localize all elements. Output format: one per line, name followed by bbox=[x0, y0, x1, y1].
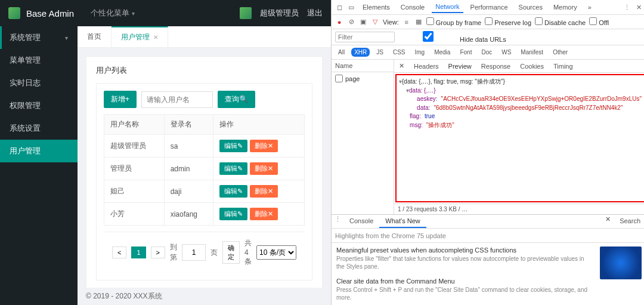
sidebar-item-system[interactable]: 系统管理▾ bbox=[0, 26, 78, 49]
edit-button[interactable]: 编辑✎ bbox=[219, 185, 247, 198]
avatar bbox=[240, 7, 252, 19]
chevron-down-icon: ▾ bbox=[65, 35, 68, 41]
top-menu-personalize[interactable]: 个性化菜单 ▾ bbox=[91, 8, 135, 19]
table-row: 超级管理员sa编辑✎删除✕ bbox=[104, 135, 305, 158]
col-ops: 操作 bbox=[213, 115, 305, 135]
dtab-timing[interactable]: Timing bbox=[549, 60, 578, 72]
type-manifest[interactable]: Manifest bbox=[518, 48, 546, 57]
tab-console[interactable]: Console bbox=[397, 2, 428, 13]
camera-icon[interactable]: ▣ bbox=[359, 18, 367, 26]
col-login: 登录名 bbox=[164, 115, 213, 135]
sidebar-item-settings[interactable]: 系统设置 bbox=[0, 117, 78, 140]
page-prev[interactable]: < bbox=[112, 247, 126, 258]
type-xhr[interactable]: XHR bbox=[351, 48, 370, 57]
type-js[interactable]: JS bbox=[373, 48, 386, 57]
tab-users[interactable]: 用户管理✕ bbox=[112, 26, 168, 47]
close-icon[interactable]: ✕ bbox=[153, 34, 158, 41]
page-total: 共 4 条 bbox=[244, 238, 252, 267]
sidebar-item-users[interactable]: 用户管理 bbox=[0, 140, 78, 162]
search-input[interactable] bbox=[141, 91, 213, 108]
detail-tabs: ✕ Headers Preview Response Cookies Timin… bbox=[394, 60, 644, 73]
request-header: Name bbox=[332, 60, 394, 72]
sidebar-item-menu[interactable]: 菜单管理 bbox=[0, 49, 78, 72]
tab-bar: 首页 用户管理✕ bbox=[78, 26, 331, 48]
delete-button[interactable]: 删除✕ bbox=[250, 185, 278, 198]
whatsnew-desc-0: Properties like "filter" that take funct… bbox=[336, 255, 594, 270]
type-img[interactable]: Img bbox=[411, 48, 428, 57]
tab-sources[interactable]: Sources bbox=[515, 2, 546, 13]
edit-button[interactable]: 编辑✎ bbox=[219, 208, 247, 220]
close-icon[interactable]: ✕ bbox=[602, 215, 614, 223]
edit-button[interactable]: 编辑✎ bbox=[219, 162, 247, 175]
sidebar-item-permission[interactable]: 权限管理 bbox=[0, 94, 78, 117]
filter-icon[interactable]: ▽ bbox=[371, 18, 379, 26]
type-css[interactable]: CSS bbox=[390, 48, 408, 57]
logout-link[interactable]: 退出 bbox=[307, 8, 323, 19]
type-all[interactable]: All bbox=[335, 48, 348, 57]
delete-button[interactable]: 删除✕ bbox=[250, 140, 278, 152]
btab-console[interactable]: Console bbox=[343, 215, 379, 228]
more-icon[interactable]: ⋮ bbox=[332, 215, 343, 223]
disable-cache[interactable]: Disable cache bbox=[535, 17, 586, 26]
devtools: ◻ ▭ Elements Console Network Performance… bbox=[331, 0, 644, 305]
record-icon[interactable]: ● bbox=[335, 18, 343, 26]
btab-whatsnew[interactable]: What's New bbox=[379, 215, 426, 228]
pagination: < 1 > 到第 页 确定 共 4 条 10 条/页 bbox=[104, 232, 305, 273]
filter-input[interactable] bbox=[335, 32, 395, 42]
type-other[interactable]: Other bbox=[550, 48, 571, 57]
devtools-tabs: ◻ ▭ Elements Console Network Performance… bbox=[332, 0, 644, 15]
offline[interactable]: Offl bbox=[589, 17, 609, 26]
page-current[interactable]: 1 bbox=[131, 247, 145, 258]
page-confirm[interactable]: 确定 bbox=[222, 241, 240, 264]
table-row: 小芳xiaofang编辑✎删除✕ bbox=[104, 203, 305, 226]
tabs-overflow[interactable]: » bbox=[584, 2, 595, 13]
type-font[interactable]: Font bbox=[457, 48, 475, 57]
delete-button[interactable]: 删除✕ bbox=[250, 208, 278, 220]
admin-app: Base Admin 个性化菜单 ▾ 超级管理员 退出 系统管理▾ 菜单管理 实… bbox=[0, 0, 331, 305]
request-row[interactable]: page bbox=[332, 72, 394, 85]
btab-search[interactable]: Search bbox=[614, 215, 644, 228]
dtab-response[interactable]: Response bbox=[476, 60, 516, 72]
dtab-headers[interactable]: Headers bbox=[409, 60, 444, 72]
tab-elements[interactable]: Elements bbox=[359, 2, 394, 13]
sidebar-item-log[interactable]: 实时日志 bbox=[0, 72, 78, 94]
more-icon[interactable]: ⋮ bbox=[623, 3, 631, 11]
close-icon[interactable]: ✕ bbox=[394, 60, 409, 72]
json-preview[interactable]: ▾{data: {,…}, flag: true, msg: "操作成功"} ▾… bbox=[395, 74, 644, 202]
edit-button[interactable]: 编辑✎ bbox=[219, 140, 247, 152]
close-icon[interactable]: ✕ bbox=[634, 3, 643, 11]
view-list-icon[interactable]: ≡ bbox=[402, 18, 411, 26]
add-button[interactable]: 新增+ bbox=[104, 91, 137, 108]
whatsnew-title-1[interactable]: Clear site data from the Command Menu bbox=[336, 278, 594, 285]
dtab-preview[interactable]: Preview bbox=[444, 60, 476, 72]
view-grid-icon[interactable]: ▦ bbox=[414, 18, 423, 26]
inspect-icon[interactable]: ◻ bbox=[335, 3, 343, 11]
tab-network[interactable]: Network bbox=[432, 1, 463, 13]
tab-home[interactable]: 首页 bbox=[78, 26, 112, 47]
device-icon[interactable]: ▭ bbox=[347, 3, 355, 11]
table-row: 管理员admin编辑✎删除✕ bbox=[104, 158, 305, 180]
page-input[interactable] bbox=[182, 244, 206, 261]
tab-performance[interactable]: Performance bbox=[467, 2, 512, 13]
group-by-frame[interactable]: Group by frame bbox=[426, 17, 481, 26]
clear-icon[interactable]: ⊘ bbox=[347, 18, 355, 26]
tab-memory[interactable]: Memory bbox=[550, 2, 581, 13]
page-next[interactable]: > bbox=[151, 247, 165, 258]
whatsnew-title-0[interactable]: Meaningful preset values when autocomple… bbox=[336, 247, 594, 254]
dtab-cookies[interactable]: Cookies bbox=[515, 60, 549, 72]
delete-button[interactable]: 删除✕ bbox=[250, 162, 278, 175]
user-list-card: 用户列表 新增+ 查询🔍 用户名称 登录名 操作 bbox=[86, 56, 323, 288]
type-ws[interactable]: WS bbox=[499, 48, 514, 57]
table-row: 妲己daji编辑✎删除✕ bbox=[104, 180, 305, 203]
highlight-title: Highlights from the Chrome 75 update bbox=[335, 232, 446, 239]
page-size-select[interactable]: 10 条/页 bbox=[256, 245, 296, 260]
type-doc[interactable]: Doc bbox=[478, 48, 495, 57]
type-media[interactable]: Media bbox=[431, 48, 453, 57]
request-status: 1 / 23 requests 3.3 KB / … bbox=[394, 204, 644, 214]
search-button[interactable]: 查询🔍 bbox=[218, 91, 255, 108]
hide-data-urls[interactable]: Hide data URLs bbox=[398, 31, 506, 43]
chevron-down-icon: ▾ bbox=[132, 10, 135, 17]
logo-icon bbox=[8, 7, 20, 19]
preserve-log[interactable]: Preserve log bbox=[485, 17, 531, 26]
current-user[interactable]: 超级管理员 bbox=[260, 8, 299, 19]
